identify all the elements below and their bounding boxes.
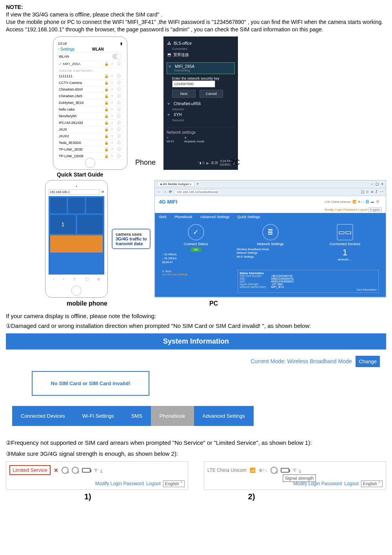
wifi-info-icons[interactable]: 🔒 ᯤ ⓘ [104,114,122,118]
admin-tab[interactable]: Quick Settings [234,213,264,221]
reading-icon[interactable]: ≡ [371,190,373,194]
network-row[interactable]: hknvfwryhh🔒 ᯤ ⓘ [56,113,124,120]
network-row[interactable]: 1111111🔒 ᯤ ⓘ [56,73,124,80]
sysinfo-tab[interactable]: Advanced Settings [194,406,254,426]
connect-status-card[interactable]: ✓ Connect Status ON ↑ 42.49Kb/s ↓ 34.10K… [162,224,229,264]
lang-select[interactable]: English [368,207,382,212]
win-min-icon[interactable]: – [371,182,373,186]
mobile-orange-tile[interactable] [50,235,103,253]
wifi-quick-icon[interactable]: ᯤWi-Fi [167,136,174,143]
modify-login-link[interactable]: Modify Login Password [325,208,357,211]
broadband-item[interactable]: ⬒ 宽带连接 [167,51,235,59]
tray-icons[interactable]: ˄ ▮ ⏀ 🔈 英 国 [197,161,218,165]
lang-select[interactable]: English ˅ [361,480,383,487]
wifi-info-icons[interactable]: 🔒 ᯤ ⓘ [104,101,122,105]
mobile-url-input[interactable] [49,189,100,195]
wifi-info-icons[interactable]: 🔒 ᯤ ⓘ [104,94,122,98]
more-link[interactable]: ↻ More [162,270,230,273]
toggle-icon[interactable] [112,54,122,59]
card-info-link[interactable]: Card Information [240,288,377,291]
more-icon[interactable]: ⋯ [380,190,383,194]
mobile-tile-2[interactable] [68,198,85,213]
network-row[interactable]: TP-LINK_2E0E🔒 ᯤ ⓘ [56,146,124,153]
wifi-info-icons[interactable]: 🔒 ᯤ ⓘ [104,147,122,151]
network-settings-card[interactable]: ≣ Network Settings Wireless Broadband Mo… [237,224,304,264]
network-key-input[interactable] [172,80,215,87]
xyh-item[interactable]: ᯤ XYH [167,111,235,118]
star-icon[interactable]: ▢ ☆ [361,190,369,194]
refresh-icon[interactable]: ⟳ [102,190,104,194]
mifi-connecting[interactable]: ᯤ MIFI_29SA Connecting [167,62,235,74]
mobile-tile-1[interactable] [50,198,67,213]
network-row[interactable]: ChinaNet-J3e5🔒 ᯤ ⓘ [56,93,124,100]
share-icon[interactable]: ⤴ [376,190,377,194]
connected-devices-card[interactable]: ▭▭ Connected Devices 1 android-... [311,224,379,264]
wifi-info-icons[interactable]: 🔒 ᯤ ⓘ [104,81,122,85]
card2-r3[interactable]: Wi-Fi Settings [237,255,304,259]
wifi-info-icons[interactable]: 🔒 ᯤ ⓘ [104,134,122,138]
wifi-info-icons[interactable]: 🔒 ᯤ ⓘ [104,62,122,66]
mobile-tile-5[interactable] [77,215,103,234]
win-close-icon[interactable]: × [381,182,383,186]
lang-select[interactable]: English ˅ [163,480,185,487]
network-row[interactable]: hello cake🔒 ᯤ ⓘ [56,106,124,113]
logout-link[interactable]: Logout [344,481,359,486]
network-row[interactable]: TP-LINK_DD08🔒 ᯤ ⓘ [56,153,124,160]
wifi-info-icons[interactable]: 🔒 ᯤ ⓘ [104,107,122,111]
nav-back-icon[interactable]: ‹ [53,277,54,282]
bls-network[interactable]: 🖧 BLS-office [167,40,235,47]
wlan-toggle-row[interactable]: WLAN [56,53,124,61]
mobile-big-tile[interactable]: 1 [50,215,76,234]
card2-r1[interactable]: Wireless Broadband Mode [237,247,304,251]
logout-link[interactable]: Logout [146,481,161,486]
sysinfo-tab[interactable]: Connected Devices [12,406,74,426]
next-button[interactable]: Next [172,90,196,98]
url-field[interactable]: 192.168.100.1/checkedHome [174,189,218,195]
change-button[interactable]: Change [356,356,380,367]
modify-login-link[interactable]: Modify Login Password [95,481,144,486]
connected-network-row[interactable]: ✓ MIFI_29SA 🔒 ᯤ ⓘ [56,61,124,67]
nav-pages-icon[interactable]: ⧉ [97,277,100,282]
admin-tab[interactable]: Advanced Settings [196,213,234,221]
chinanet-item[interactable]: ᯤ ChinaNet-uR56 [167,100,235,107]
airplane-quick-icon[interactable]: ✈Airplane mode [184,136,205,143]
nav-fwd-icon[interactable]: → [163,190,167,194]
nav-share-icon[interactable]: ⇧ [73,277,76,282]
mobile-tile-3[interactable] [86,198,103,213]
nav-fwd-icon[interactable]: › [63,277,64,282]
cancel-button[interactable]: Cancel [200,90,223,98]
logout-link[interactable]: Logout [358,208,367,211]
network-settings-link[interactable]: Network settings [167,127,235,135]
network-row[interactable]: ChinaNet-d3mf🔒 ᯤ ⓘ [56,86,124,93]
tab-badge[interactable]: ● 4G Mobile Hotspot × [157,182,194,187]
wifi-info-icons[interactable]: 🔒 ᯤ ⓘ [104,127,122,131]
sysinfo-tab[interactable]: Phonebook [151,406,194,426]
nav-tabs-icon[interactable]: ▢ [85,277,89,282]
back-button[interactable]: ‹ Settings [58,47,74,51]
network-row[interactable]: DoMyNet_3E24🔒 ᯤ ⓘ [56,100,124,106]
wifi-info-icons[interactable]: 🔒 ᯤ ⓘ [104,141,122,145]
network-row[interactable]: IPCAM-281433🔒 ᯤ ⓘ [56,120,124,126]
sysinfo-tab[interactable]: Wi-Fi Settings [74,406,123,426]
sysinfo-tab[interactable]: SMS [123,406,151,426]
network-row[interactable]: CCTV Camera🔒 ᯤ ⓘ [56,80,124,86]
network-row[interactable]: JXJX2🔒 ᯤ ⓘ [56,133,124,140]
network-row[interactable]: JXJX🔒 ᯤ ⓘ [56,126,124,133]
wifi-info-icons[interactable]: 🔒 ᯤ ⓘ [104,154,122,158]
wifi-info-icons[interactable]: 🔒 ᯤ ⓘ [104,121,122,125]
network-row[interactable]: Teda_3E30D0🔒 ᯤ ⓘ [56,140,124,146]
new-tab-icon[interactable]: + [197,182,199,186]
win-max-icon[interactable]: ▢ [376,182,379,186]
mobile-url-bar[interactable]: ⟳ [49,189,104,195]
noset-link[interactable]: Not net click Settings [162,273,230,276]
admin-tab[interactable]: Phonebook [171,213,196,221]
card2-r2[interactable]: Network Settings [237,251,304,255]
nav-back-icon[interactable]: ← [157,190,161,194]
status-info-row: Signal Strength-127 dBm [240,283,377,286]
battery-icon: ▬ [371,200,374,204]
nav-refresh-icon[interactable]: ⟳ [169,190,172,194]
on-toggle[interactable]: ON [191,247,201,252]
admin-tab[interactable]: SMS [155,213,171,221]
wifi-info-icons[interactable]: 🔒 ᯤ ⓘ [104,74,122,78]
wifi-info-icons[interactable]: 🔒 ᯤ ⓘ [104,87,122,91]
